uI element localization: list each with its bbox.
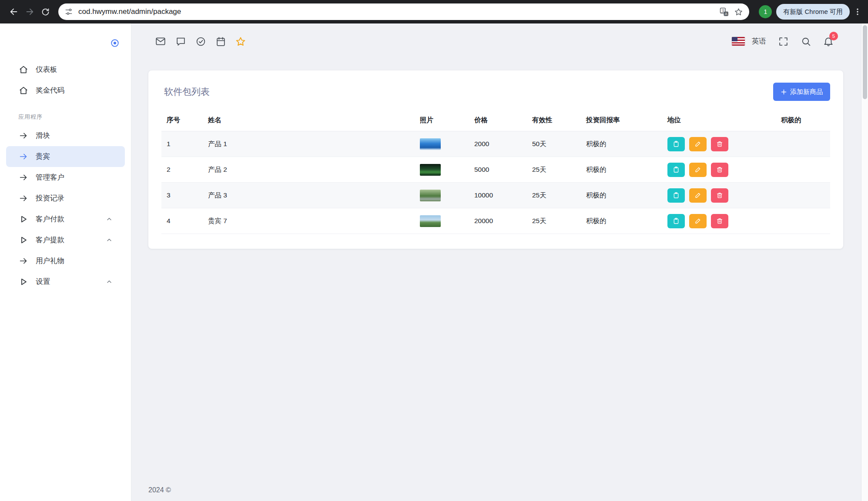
table-row: 2 产品 2 5000 25天 积极的 bbox=[161, 157, 830, 183]
view-button[interactable] bbox=[667, 188, 685, 203]
sidebar-item-settings[interactable]: 设置 bbox=[6, 271, 125, 292]
play-icon bbox=[18, 235, 29, 245]
scrollbar-thumb[interactable] bbox=[863, 25, 867, 99]
cell-validity: 25天 bbox=[527, 183, 581, 208]
cell-price: 10000 bbox=[469, 183, 527, 208]
edit-button[interactable] bbox=[689, 137, 707, 151]
sidebar-item-label: 贵宾 bbox=[36, 152, 50, 161]
arrow-right-icon bbox=[18, 151, 29, 162]
sidebar-item-bonus-code[interactable]: 奖金代码 bbox=[6, 80, 125, 101]
play-icon bbox=[18, 214, 29, 224]
search-icon[interactable] bbox=[800, 36, 811, 47]
cell-empty bbox=[776, 157, 830, 183]
bookmark-star-icon[interactable] bbox=[734, 7, 743, 17]
sidebar-item-user-gifts[interactable]: 用户礼物 bbox=[6, 250, 125, 271]
page-scrollbar[interactable] bbox=[861, 23, 868, 501]
cell-name: 产品 2 bbox=[203, 157, 415, 183]
address-bar[interactable]: cod.hwymw.net/admin/package 文A bbox=[58, 3, 749, 20]
delete-button[interactable] bbox=[711, 214, 728, 228]
arrow-right-icon bbox=[18, 130, 29, 141]
cell-photo bbox=[415, 183, 469, 208]
plus-icon bbox=[781, 89, 787, 95]
cell-actions bbox=[662, 208, 776, 234]
package-table: 序号 姓名 照片 价格 有效性 投资回报率 地位 积极的 1 产品 1 bbox=[161, 110, 830, 234]
sidebar-item-label: 用户礼物 bbox=[36, 256, 64, 266]
col-header-validity: 有效性 bbox=[527, 110, 581, 131]
home-icon bbox=[18, 64, 29, 75]
product-photo bbox=[420, 138, 441, 150]
topbar-right: 英语 5 bbox=[732, 36, 834, 47]
sidebar-item-label: 客户付款 bbox=[36, 214, 64, 224]
cell-actions bbox=[662, 131, 776, 157]
cell-sn: 1 bbox=[161, 131, 203, 157]
view-button[interactable] bbox=[667, 214, 685, 228]
sidebar-item-label: 投资记录 bbox=[36, 194, 64, 203]
row-actions bbox=[667, 214, 772, 228]
col-header-status: 地位 bbox=[662, 110, 776, 131]
arrow-right-icon bbox=[18, 193, 29, 204]
reload-button[interactable] bbox=[37, 4, 53, 20]
cell-empty bbox=[776, 183, 830, 208]
edit-button[interactable] bbox=[689, 188, 707, 203]
sidebar-toggle-icon[interactable] bbox=[110, 38, 120, 48]
us-flag-icon[interactable] bbox=[732, 37, 745, 46]
col-header-active: 积极的 bbox=[776, 110, 830, 131]
delete-button[interactable] bbox=[711, 137, 728, 151]
sidebar-item-customer-payments[interactable]: 客户付款 bbox=[6, 209, 125, 230]
cell-price: 5000 bbox=[469, 157, 527, 183]
edit-button[interactable] bbox=[689, 214, 707, 228]
product-photo bbox=[420, 164, 441, 176]
notifications-button[interactable]: 5 bbox=[823, 36, 834, 47]
table-row: 4 贵宾 7 20000 25天 积极的 bbox=[161, 208, 830, 234]
cell-roi: 积极的 bbox=[581, 157, 662, 183]
cell-validity: 50天 bbox=[527, 131, 581, 157]
browser-menu-icon[interactable] bbox=[853, 7, 862, 16]
fullscreen-icon[interactable] bbox=[778, 36, 789, 47]
profile-avatar[interactable]: 1 bbox=[759, 5, 772, 18]
delete-button[interactable] bbox=[711, 188, 728, 203]
edit-button[interactable] bbox=[689, 163, 707, 177]
sidebar-item-vip[interactable]: 贵宾 bbox=[6, 146, 125, 167]
cell-name: 产品 3 bbox=[203, 183, 415, 208]
cell-photo bbox=[415, 131, 469, 157]
mail-icon[interactable] bbox=[155, 36, 166, 47]
play-icon bbox=[18, 277, 29, 287]
site-info-icon[interactable] bbox=[64, 7, 73, 16]
back-button[interactable] bbox=[6, 4, 22, 20]
col-header-roi: 投资回报率 bbox=[581, 110, 662, 131]
delete-button[interactable] bbox=[711, 163, 728, 177]
check-circle-icon[interactable] bbox=[195, 36, 206, 47]
add-product-button[interactable]: 添加新商品 bbox=[773, 83, 830, 101]
cell-actions bbox=[662, 157, 776, 183]
sidebar-item-label: 滑块 bbox=[36, 131, 50, 140]
sidebar-item-dashboard[interactable]: 仪表板 bbox=[6, 59, 125, 80]
chrome-update-button[interactable]: 有新版 Chrome 可用 bbox=[776, 4, 850, 20]
trash-icon bbox=[716, 166, 723, 173]
trash-icon bbox=[716, 192, 723, 199]
sidebar-item-manage-customers[interactable]: 管理客户 bbox=[6, 167, 125, 188]
pencil-icon bbox=[694, 140, 701, 147]
sidebar-item-slider[interactable]: 滑块 bbox=[6, 125, 125, 146]
cell-sn: 3 bbox=[161, 183, 203, 208]
table-row: 3 产品 3 10000 25天 积极的 bbox=[161, 183, 830, 208]
translate-icon[interactable]: 文A bbox=[720, 7, 729, 17]
col-header-name: 姓名 bbox=[203, 110, 415, 131]
language-label[interactable]: 英语 bbox=[752, 37, 766, 46]
cell-name: 产品 1 bbox=[203, 131, 415, 157]
calendar-icon[interactable] bbox=[215, 36, 226, 47]
clipboard-icon bbox=[673, 217, 680, 224]
package-list-card: 软件包列表 添加新商品 序号 姓名 照片 价格 有效 bbox=[148, 70, 843, 249]
chat-icon[interactable] bbox=[175, 36, 186, 47]
browser-toolbar: cod.hwymw.net/admin/package 文A 1 有新版 Chr… bbox=[0, 0, 868, 23]
app-root: 仪表板 奖金代码 应用程序 滑块 贵宾 bbox=[0, 23, 868, 501]
view-button[interactable] bbox=[667, 137, 685, 151]
sidebar-item-customer-withdrawals[interactable]: 客户提款 bbox=[6, 230, 125, 250]
forward-button[interactable] bbox=[22, 4, 37, 20]
view-button[interactable] bbox=[667, 163, 685, 177]
sidebar-nav: 仪表板 奖金代码 应用程序 滑块 贵宾 bbox=[0, 23, 131, 292]
url-text: cod.hwymw.net/admin/package bbox=[78, 7, 181, 16]
star-icon[interactable] bbox=[235, 36, 246, 47]
cell-price: 2000 bbox=[469, 131, 527, 157]
main-content: 英语 5 软件包列表 添加新商品 bbox=[131, 23, 868, 501]
sidebar-item-investment-records[interactable]: 投资记录 bbox=[6, 188, 125, 209]
